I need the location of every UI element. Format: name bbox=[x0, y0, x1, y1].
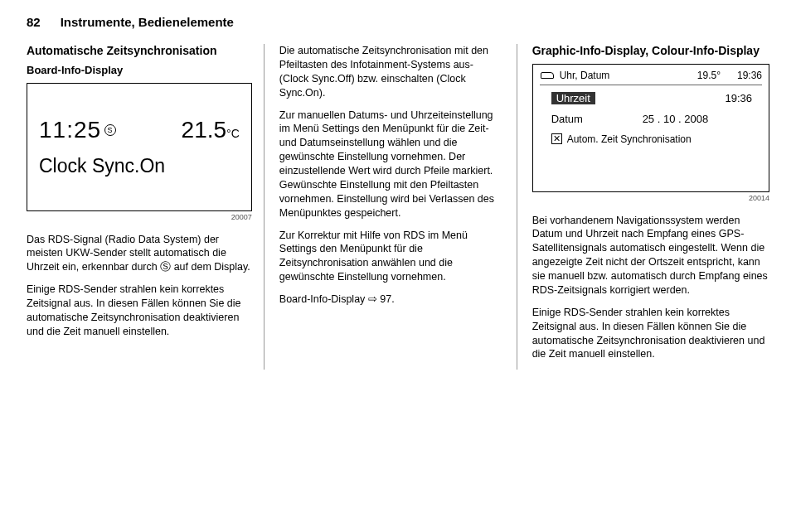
heading-auto-time-sync: Automatische Zeitsynchronisation bbox=[27, 44, 252, 59]
graphic-info-display-figure: Uhr, Datum 19.5° 19:36 Uhrzeit 19:36 Dat… bbox=[532, 64, 769, 209]
paragraph: Die automatische Zeitsynchronisation mit… bbox=[279, 44, 505, 100]
column-3: Graphic-Info-Display, Colour-Info-Displa… bbox=[532, 44, 769, 370]
display-header-temp: 19.5° bbox=[697, 70, 721, 81]
paragraph: Das RDS-Signal (Radio Data System) der m… bbox=[27, 233, 252, 275]
display-header-clock: 19:36 bbox=[737, 70, 762, 81]
heading-graphic-info-display: Graphic-Info-Display, Colour-Info-Displa… bbox=[532, 44, 769, 59]
figure-number: 20007 bbox=[27, 213, 252, 221]
board-info-display-figure: 11:25 S 21.5°C Clock Sync.On 20007 bbox=[27, 83, 252, 228]
display-time: 11:25 S bbox=[39, 117, 116, 143]
display-header-title: Uhr, Datum bbox=[560, 70, 610, 81]
heading-board-info-display: Board-Info-Display bbox=[27, 64, 252, 76]
paragraph-crossref: Board-Info-Display ⇨ 97. bbox=[279, 293, 505, 307]
menu-row-auto-sync-label: Autom. Zeit Synchronisation bbox=[567, 133, 692, 145]
chapter-title: Instrumente, Bedienelemente bbox=[61, 15, 234, 29]
graphic-info-display-screen: Uhr, Datum 19.5° 19:36 Uhrzeit 19:36 Dat… bbox=[532, 64, 769, 192]
paragraph: Bei vorhandenem Navigationssystem werden… bbox=[532, 214, 769, 297]
page-number: 82 bbox=[27, 15, 41, 29]
paragraph: Zur manuellen Datums- und Uhrzeiteinstel… bbox=[279, 109, 505, 220]
rds-signal-icon: S bbox=[104, 124, 116, 136]
display-header-bar: Uhr, Datum 19.5° 19:36 bbox=[540, 70, 762, 85]
board-info-display-screen: 11:25 S 21.5°C Clock Sync.On bbox=[27, 83, 252, 211]
display-temperature-value: 21.5 bbox=[182, 117, 227, 143]
column-2: Die automatische Zeitsynchronisation mit… bbox=[279, 44, 517, 370]
display-clock-sync-status: Clock Sync.On bbox=[39, 155, 240, 177]
display-temperature-unit: °C bbox=[226, 127, 240, 140]
car-icon bbox=[540, 70, 555, 80]
figure-number: 20014 bbox=[532, 194, 769, 202]
menu-row-auto-sync: ✕ Autom. Zeit Synchronisation bbox=[551, 133, 759, 145]
paragraph: Einige RDS-Sender strahlen kein korrekte… bbox=[532, 306, 769, 362]
checkbox-checked-icon: ✕ bbox=[551, 133, 562, 144]
paragraph: Einige RDS-Sender strahlen kein korrekte… bbox=[27, 283, 252, 339]
display-time-value: 11:25 bbox=[39, 117, 101, 143]
paragraph: Zur Korrektur mit Hilfe von RDS im Menü … bbox=[279, 229, 505, 285]
menu-row-time-label: Uhrzeit bbox=[551, 92, 595, 104]
menu-row-date-value: 25 . 10 . 2008 bbox=[643, 113, 709, 125]
page-header: 82 Instrumente, Bedienelemente bbox=[27, 15, 769, 29]
menu-row-time-value: 19:36 bbox=[725, 92, 752, 104]
menu-row-date-label: Datum bbox=[551, 113, 643, 125]
menu-row-date: Datum 25 . 10 . 2008 bbox=[551, 113, 759, 125]
display-temperature: 21.5°C bbox=[182, 117, 240, 143]
menu-row-time: Uhrzeit 19:36 bbox=[551, 92, 759, 104]
column-1: Automatische Zeitsynchronisation Board-I… bbox=[27, 44, 265, 370]
content-columns: Automatische Zeitsynchronisation Board-I… bbox=[27, 44, 769, 370]
display-menu-body: Uhrzeit 19:36 Datum 25 . 10 . 2008 ✕ Aut… bbox=[540, 85, 762, 186]
